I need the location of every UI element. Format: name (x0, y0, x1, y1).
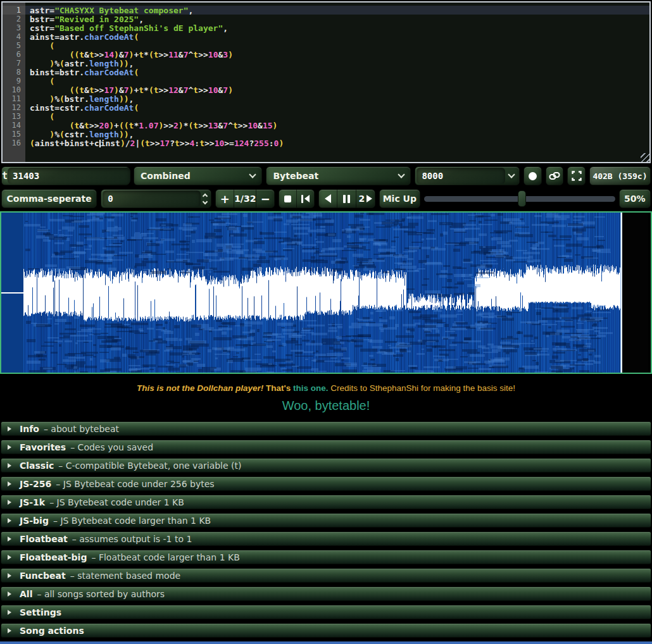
spinner-up-icon[interactable] (203, 193, 208, 198)
code-token: ( (134, 32, 139, 42)
code-token: (t (149, 50, 159, 59)
accordion-song-actions[interactable]: Song actions (1, 623, 651, 638)
play-reverse-button[interactable] (319, 190, 337, 207)
play-fast-button[interactable]: 2 (356, 190, 375, 207)
code-token: "Revived in 2025" (54, 15, 139, 24)
code-token: >> (198, 121, 208, 130)
code-token: 10 (208, 50, 218, 59)
code-token: & (84, 50, 89, 59)
line-number: 7 (3, 59, 25, 68)
code-token: ) (114, 50, 119, 59)
accordion-arrow-icon (8, 463, 11, 468)
record-button[interactable] (523, 166, 541, 185)
code-token: 3 (223, 50, 228, 59)
number-spinner[interactable] (203, 194, 207, 204)
code-line[interactable]: )%(bstr.length)), (25, 94, 649, 103)
code-token: ( (49, 112, 54, 121)
code-token: ) (228, 85, 233, 95)
code-line[interactable]: ainst=astr.charCodeAt( (25, 32, 649, 41)
accordion-floatbeat[interactable]: Floatbeat– assumes output is -1 to 1 (1, 531, 651, 546)
fullscreen-button[interactable] (567, 166, 585, 185)
code-size-badge: 402B (359c) (589, 166, 651, 185)
waveform-canvas[interactable] (1, 213, 648, 373)
code-token (30, 112, 49, 121)
code-area[interactable]: astr="CHASYXX Bytebeat composer",bstr="R… (25, 3, 649, 162)
accordion-arrow-icon (8, 610, 11, 615)
spinner-down-icon[interactable] (203, 199, 208, 204)
comma-separate-button[interactable]: Comma-seperate (1, 189, 97, 208)
code-line[interactable]: ((t&t>>14)&7)+t*(t>>11&7^t>>10&3) (25, 50, 649, 59)
code-token: >= (224, 139, 234, 148)
volume-thumb[interactable] (518, 190, 526, 207)
t-counter-input[interactable] (8, 168, 130, 184)
code-line[interactable]: (t&t>>20)+((t*1.07)>>2)*(t>>13&7^t>>10&1… (25, 121, 649, 130)
code-token (30, 94, 49, 104)
accordion-description: – statement based mode (70, 571, 180, 581)
accordion-description: – JS Bytebeat code under 1 KB (49, 497, 184, 507)
accordion-description: – Codes you saved (70, 442, 153, 452)
link-chain-icon (549, 171, 560, 180)
code-line[interactable]: astr="CHASYXX Bytebeat composer", (25, 6, 649, 15)
stop-icon (284, 195, 291, 202)
accordion-info[interactable]: Info– about bytebeat (1, 421, 651, 436)
accordion-title: Favorites (20, 442, 66, 452)
code-token: 14 (104, 50, 114, 59)
code-token: length (89, 130, 119, 139)
accordion-favorites[interactable]: Favorites– Codes you saved (1, 440, 651, 454)
code-line[interactable]: )%(cstr.length)), (25, 130, 649, 139)
line-number: 8 (3, 68, 25, 77)
code-token: , (129, 130, 134, 139)
code-token: * (144, 85, 149, 95)
code-token: * (144, 50, 149, 59)
code-line[interactable]: bstr="Revived in 2025", (25, 15, 649, 23)
skip-to-start-button[interactable] (296, 190, 314, 207)
accordion-settings[interactable]: Settings (1, 605, 651, 619)
code-line[interactable]: ( (25, 41, 649, 50)
view-mode-select[interactable]: Combined (134, 166, 262, 185)
code-token (30, 121, 70, 130)
code-line[interactable]: (ainst+binst+cinst)/2|(t>>17?t>>4:t>>10>… (25, 139, 649, 147)
samplerate-combo[interactable] (415, 166, 520, 185)
accordion-arrow-icon (8, 500, 11, 505)
accordion-js-1k[interactable]: JS-1k– JS Bytebeat code under 1 KB (1, 495, 651, 509)
pause-button[interactable] (337, 190, 356, 207)
song-mode-select[interactable]: Bytebeat (266, 166, 411, 185)
code-line[interactable]: cinst=cstr.charCodeAt( (25, 103, 649, 112)
code-token: % (54, 59, 60, 68)
code-line[interactable]: )%(astr.length)), (25, 59, 649, 68)
samplerate-input[interactable] (417, 168, 505, 184)
stop-button[interactable] (279, 190, 296, 207)
code-token: >> (163, 121, 173, 130)
accordion-all[interactable]: All– all songs sorted by authors (1, 586, 651, 601)
code-token: 10 (208, 85, 218, 95)
code-token: 7 (124, 50, 129, 59)
line-number: 10 (3, 85, 25, 94)
accordion-js-big[interactable]: JS-big– JS Bytebeat code larger than 1 K… (1, 513, 651, 528)
copy-link-button[interactable] (546, 166, 563, 185)
code-token: & (119, 50, 124, 59)
code-token: >> (94, 85, 104, 95)
accordion-title: All (20, 589, 32, 599)
accordion-js-256[interactable]: JS-256– JS Bytebeat code under 256 bytes (1, 476, 651, 491)
code-editor[interactable]: 12345678910111213141516 astr="CHASYXX By… (1, 1, 651, 163)
code-line[interactable]: binst=bstr.charCodeAt( (25, 68, 649, 77)
code-line[interactable]: ( (25, 77, 649, 85)
this-one-link[interactable]: this one. (293, 383, 329, 393)
bottom-divider (0, 641, 652, 644)
zoom-out-button[interactable]: − (256, 190, 274, 207)
code-line[interactable]: ((t&t>>17)&7)+t*(t>>12&7^t>>10&7) (25, 85, 649, 94)
mic-button[interactable]: Mic Up (379, 189, 420, 208)
accordion-funcbeat[interactable]: Funcbeat– statement based mode (1, 568, 651, 583)
start-offset-input[interactable] (103, 190, 201, 207)
volume-slider[interactable] (424, 189, 615, 208)
code-line[interactable]: ( (25, 112, 649, 121)
code-token: 12 (168, 85, 179, 95)
zoom-in-button[interactable]: + (216, 190, 234, 207)
accordion-floatbeat-big[interactable]: Floatbeat-big– Floatbeat code larger tha… (1, 550, 651, 564)
code-line[interactable]: cstr="Based off StephanShi's dE player", (25, 23, 649, 32)
accordion-title: Floatbeat-big (20, 552, 87, 562)
accordion-classic[interactable]: Classic– C-compatible Bytebeat, one vari… (1, 458, 651, 473)
code-token: t (89, 50, 94, 59)
accordion-description: – JS Bytebeat code under 256 bytes (56, 479, 214, 489)
resize-grip-icon[interactable] (641, 153, 649, 162)
